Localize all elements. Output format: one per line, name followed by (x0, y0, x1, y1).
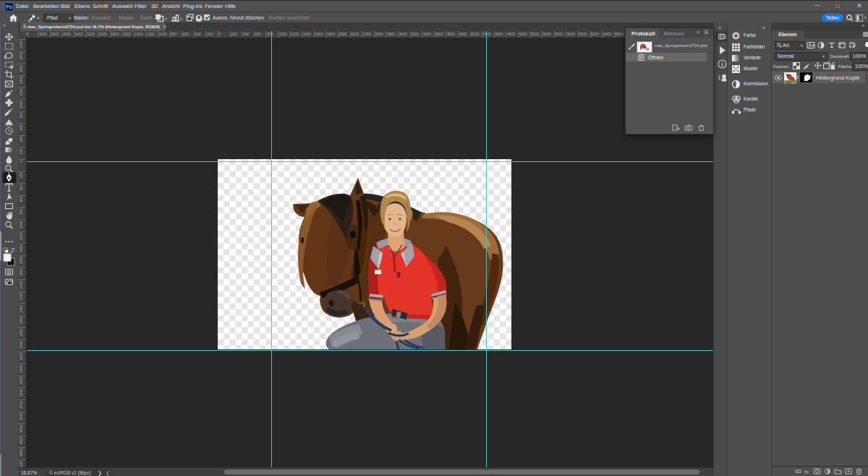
svg-text:fx: fx (804, 469, 809, 475)
